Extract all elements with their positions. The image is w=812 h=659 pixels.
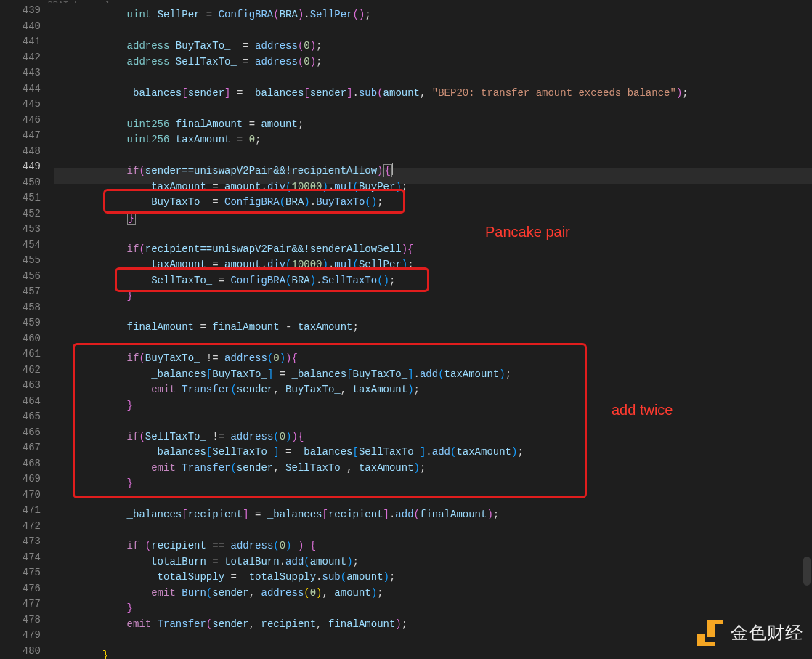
line-number: 469 xyxy=(0,472,41,488)
line-number: 457 xyxy=(0,284,41,300)
line-number: 455 xyxy=(0,253,41,269)
line-number: 474 xyxy=(0,550,41,566)
code-line[interactable]: } xyxy=(78,476,812,492)
line-number: 441 xyxy=(0,34,41,50)
line-number: 462 xyxy=(0,363,41,379)
line-number: 466 xyxy=(0,425,41,441)
svg-rect-3 xyxy=(707,620,723,624)
scrollbar-thumb[interactable] xyxy=(803,557,811,586)
code-line[interactable]: address BuyTaxTo_ = address(0); xyxy=(78,39,812,54)
code-line[interactable]: _balances[recipient] = _balances[recipie… xyxy=(78,507,812,523)
code-line[interactable]: emit Transfer(sender, SellTaxTo_, taxAmo… xyxy=(78,461,812,477)
code-line[interactable] xyxy=(78,101,812,117)
line-number: 444 xyxy=(0,81,41,97)
code-line[interactable]: emit Transfer(sender, BuyTaxTo_, taxAmou… xyxy=(78,382,812,398)
code-line[interactable]: uint SellPer = ConfigBRA(BRA).SellPer(); xyxy=(78,7,812,23)
code-line[interactable]: } xyxy=(78,601,812,617)
code-line[interactable]: _balances[SellTaxTo_] = _balances[SellTa… xyxy=(78,445,812,461)
watermark-text: 金色财经 xyxy=(731,621,803,644)
code-line[interactable]: uint256 taxAmount = 0; xyxy=(78,132,812,148)
line-number: 439 xyxy=(0,3,41,19)
line-number: 451 xyxy=(0,190,41,206)
line-number: 445 xyxy=(0,97,41,113)
code-line[interactable]: _balances[sender] = _balances[sender].su… xyxy=(78,86,812,102)
line-number: 472 xyxy=(0,519,41,535)
line-number: 461 xyxy=(0,347,41,363)
line-number: 456 xyxy=(0,269,41,285)
code-line[interactable]: totalBurn = totalBurn.add(amount); xyxy=(78,554,812,570)
line-number: 478 xyxy=(0,612,41,628)
line-number: 458 xyxy=(0,300,41,316)
code-line[interactable]: } xyxy=(78,211,812,227)
code-line[interactable] xyxy=(78,23,812,39)
line-number: 470 xyxy=(0,488,41,504)
code-line[interactable]: if(SellTaxTo_ != address(0)){ xyxy=(78,429,812,445)
code-line[interactable] xyxy=(78,226,812,242)
watermark-logo: 金色财经 xyxy=(697,620,803,646)
line-number: 476 xyxy=(0,581,41,597)
code-line[interactable]: if(recipient==uniswapV2Pair&&!senderAllo… xyxy=(78,242,812,258)
line-number: 443 xyxy=(0,65,41,81)
text-cursor xyxy=(392,163,393,175)
code-line[interactable]: taxAmount = amount.div(10000).mul(BuyPer… xyxy=(78,179,812,195)
line-number: 463 xyxy=(0,378,41,394)
code-editor[interactable]: 4394404414424434444454464474484494504514… xyxy=(0,3,812,659)
line-number: 442 xyxy=(0,50,41,66)
line-number: 480 xyxy=(0,644,41,660)
line-number: 459 xyxy=(0,315,41,331)
line-number: 468 xyxy=(0,456,41,472)
line-number: 464 xyxy=(0,394,41,410)
line-number: 450 xyxy=(0,175,41,191)
code-line[interactable] xyxy=(78,492,812,508)
line-number: 477 xyxy=(0,597,41,612)
line-number: 471 xyxy=(0,503,41,519)
code-area[interactable]: uint SellPer = ConfigBRA(BRA).SellPer();… xyxy=(54,3,812,659)
line-number: 453 xyxy=(0,222,41,238)
logo-icon xyxy=(697,620,723,646)
line-number: 467 xyxy=(0,440,41,456)
line-number-gutter: 4394404414424434444454464474484494504514… xyxy=(0,3,54,659)
code-line[interactable]: address SellTaxTo_ = address(0); xyxy=(78,54,812,70)
svg-rect-1 xyxy=(697,642,715,646)
code-line[interactable]: SellTaxTo_ = ConfigBRA(BRA).SellTaxTo(); xyxy=(78,273,812,289)
code-line[interactable]: BuyTaxTo_ = ConfigBRA(BRA).BuyTaxTo(); xyxy=(78,195,812,211)
vertical-scrollbar[interactable] xyxy=(802,3,812,659)
code-line[interactable] xyxy=(78,148,812,164)
code-line[interactable]: if (recipient == address(0) ) { xyxy=(78,538,812,554)
line-number: 465 xyxy=(0,409,41,425)
line-number: 454 xyxy=(0,238,41,254)
code-line[interactable] xyxy=(78,523,812,539)
code-line[interactable]: } xyxy=(78,648,812,660)
code-line[interactable]: } xyxy=(78,288,812,304)
code-line[interactable] xyxy=(78,70,812,86)
code-line[interactable] xyxy=(78,304,812,320)
line-number: 473 xyxy=(0,534,41,550)
code-line[interactable]: uint256 finalAmount = amount; xyxy=(78,117,812,133)
line-number: 460 xyxy=(0,331,41,347)
code-line[interactable]: taxAmount = amount.div(10000).mul(SellPe… xyxy=(78,257,812,273)
line-number: 447 xyxy=(0,128,41,144)
line-number: 448 xyxy=(0,144,41,160)
line-number: 446 xyxy=(0,113,41,129)
code-line[interactable]: } xyxy=(78,398,812,414)
code-line[interactable]: _totalSupply = _totalSupply.sub(amount); xyxy=(78,570,812,586)
line-number: 452 xyxy=(0,206,41,222)
code-line[interactable]: finalAmount = finalAmount - taxAmount; xyxy=(78,320,812,336)
code-line[interactable]: _balances[BuyTaxTo_] = _balances[BuyTaxT… xyxy=(78,367,812,383)
line-number: 440 xyxy=(0,19,41,35)
code-line[interactable]: emit Burn(sender, address(0), amount); xyxy=(78,586,812,602)
line-number: 475 xyxy=(0,565,41,581)
code-line[interactable]: if(sender==uniswapV2Pair&&!recipientAllo… xyxy=(78,163,812,179)
line-number: 479 xyxy=(0,628,41,644)
line-number: 449 xyxy=(0,159,41,175)
code-line[interactable] xyxy=(78,336,812,352)
code-line[interactable] xyxy=(78,413,812,429)
code-line[interactable]: if(BuyTaxTo_ != address(0)){ xyxy=(78,351,812,367)
